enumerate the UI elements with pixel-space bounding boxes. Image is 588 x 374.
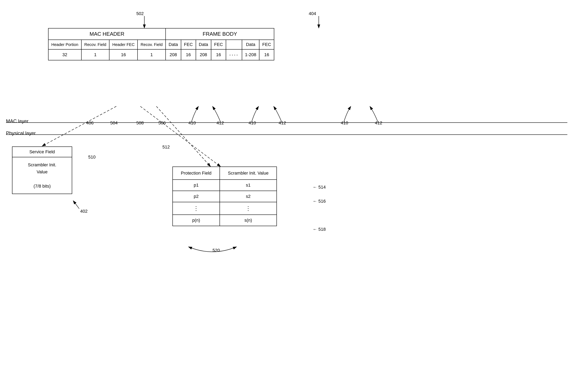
svg-text:410: 410 bbox=[341, 120, 348, 125]
top-frame-table: MAC HEADER FRAME BODY Header Portion Rec… bbox=[48, 28, 274, 60]
col2-header: Recov. Field bbox=[81, 40, 109, 49]
svg-text:← 514: ← 514 bbox=[313, 185, 326, 190]
col2-val: 1 bbox=[81, 49, 109, 60]
svg-text:506: 506 bbox=[158, 120, 166, 125]
col11-val: 16 bbox=[259, 49, 274, 60]
prot-row1-col2: s1 bbox=[220, 180, 277, 191]
prot-row3-col2: ⋮ bbox=[220, 202, 277, 215]
ref-404: 404 bbox=[309, 11, 316, 16]
col3-val: 16 bbox=[109, 49, 137, 60]
svg-line-20 bbox=[73, 201, 79, 209]
scrambler-init-header: Scrambler Init. Value bbox=[220, 167, 277, 180]
svg-text:410: 410 bbox=[249, 120, 256, 125]
prot-row2-col1: p2 bbox=[173, 191, 220, 202]
physical-layer-label: Physical layer bbox=[6, 131, 36, 136]
col9-val: ···· bbox=[226, 49, 242, 60]
prot-row4-col1: p(n) bbox=[173, 215, 220, 226]
ref-502: 502 bbox=[136, 11, 144, 16]
svg-text:508: 508 bbox=[136, 120, 144, 125]
diagram-container: 502 404 MAC HEADER FRAME BODY Header Por… bbox=[0, 0, 588, 374]
frame-body-label: FRAME BODY bbox=[166, 28, 274, 40]
col10-val: 1-208 bbox=[242, 49, 259, 60]
col1-header: Header Portion bbox=[48, 40, 81, 49]
col6-header: FEC bbox=[181, 40, 196, 49]
col1-val: 32 bbox=[48, 49, 81, 60]
svg-line-18 bbox=[140, 106, 220, 166]
col9-header bbox=[226, 40, 242, 49]
svg-text:410: 410 bbox=[189, 120, 196, 125]
col5-val: 208 bbox=[166, 49, 181, 60]
col5-header: Data bbox=[166, 40, 181, 49]
svg-text:402: 402 bbox=[80, 209, 88, 214]
svg-text:412: 412 bbox=[217, 120, 224, 125]
svg-text:406: 406 bbox=[86, 120, 94, 125]
service-field-box: Service Field Scrambler Init. Value (7/8… bbox=[12, 146, 72, 194]
svg-text:512: 512 bbox=[162, 144, 170, 150]
physical-layer-line bbox=[6, 134, 567, 135]
prot-row2-col2: s2 bbox=[220, 191, 277, 202]
prot-row3-col1: ⋮ bbox=[173, 202, 220, 215]
col3-header: Header FEC bbox=[109, 40, 137, 49]
svg-text:504: 504 bbox=[110, 120, 118, 125]
svg-text:412: 412 bbox=[279, 120, 286, 125]
col8-val: 16 bbox=[211, 49, 226, 60]
col11-header: FEC bbox=[259, 40, 274, 49]
col10-header: Data bbox=[242, 40, 259, 49]
svg-line-15 bbox=[42, 106, 116, 146]
svg-text:← 516: ← 516 bbox=[313, 199, 326, 204]
col7-val: 208 bbox=[196, 49, 211, 60]
service-field-content: Scrambler Init. Value (7/8 bits) bbox=[12, 157, 72, 194]
prot-row4-col2: s(n) bbox=[220, 215, 277, 226]
svg-text:520: 520 bbox=[212, 248, 220, 253]
protection-field-header: Protection Field bbox=[173, 167, 220, 180]
mac-header-label: MAC HEADER bbox=[48, 28, 166, 40]
col4-header: Recov. Field bbox=[137, 40, 166, 49]
col8-header: FEC bbox=[211, 40, 226, 49]
mac-layer-line bbox=[6, 122, 567, 123]
col4-val: 1 bbox=[137, 49, 166, 60]
svg-line-17 bbox=[156, 106, 210, 166]
svg-text:412: 412 bbox=[375, 120, 382, 125]
col7-header: Data bbox=[196, 40, 211, 49]
mac-layer-label: MAC layer bbox=[6, 118, 29, 124]
protection-table: Protection Field Scrambler Init. Value p… bbox=[172, 166, 277, 226]
svg-text:510: 510 bbox=[88, 154, 96, 160]
svg-text:← 518: ← 518 bbox=[313, 227, 326, 232]
service-field-title: Service Field bbox=[12, 147, 72, 157]
prot-row1-col1: p1 bbox=[173, 180, 220, 191]
col6-val: 16 bbox=[181, 49, 196, 60]
